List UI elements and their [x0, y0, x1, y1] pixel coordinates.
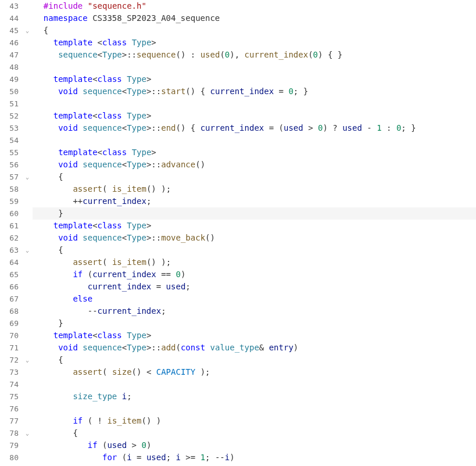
line-number: 44 — [0, 12, 21, 24]
line-number: 49 — [0, 73, 21, 85]
code-line[interactable]: { — [33, 171, 476, 183]
code-content[interactable]: #include "sequence.h" namespace CS3358_S… — [33, 0, 476, 464]
code-line[interactable]: --current_index; — [33, 305, 476, 317]
fold-marker — [22, 37, 33, 49]
fold-marker[interactable]: ⌄ — [22, 171, 33, 183]
line-number: 56 — [0, 159, 21, 171]
fold-marker — [22, 281, 33, 293]
fold-marker — [22, 49, 33, 61]
code-line[interactable]: assert( size() < CAPACITY ); — [33, 366, 476, 378]
code-line[interactable]: sequence<Type>::sequence() : used(0), cu… — [33, 49, 476, 61]
line-number: 63 — [0, 244, 21, 256]
fold-marker — [22, 378, 33, 390]
code-line[interactable]: assert( is_item() ); — [33, 183, 476, 195]
code-line[interactable]: { — [33, 244, 476, 256]
fold-marker — [22, 403, 33, 415]
chevron-down-icon[interactable]: ⌄ — [26, 171, 29, 183]
line-number: 50 — [0, 85, 21, 98]
fold-marker — [22, 268, 33, 281]
line-number: 55 — [0, 146, 21, 159]
code-line[interactable]: template <class Type> — [33, 37, 476, 49]
line-number: 71 — [0, 342, 21, 354]
code-line[interactable]: void sequence<Type>::end() { current_ind… — [33, 122, 476, 134]
line-number: 69 — [0, 317, 21, 329]
line-number: 73 — [0, 366, 21, 378]
line-number: 80 — [0, 451, 21, 464]
code-line[interactable]: void sequence<Type>::add(const value_typ… — [33, 342, 476, 354]
code-line[interactable]: template<class Type> — [33, 146, 476, 159]
code-line[interactable]: #include "sequence.h" — [33, 0, 476, 12]
fold-marker[interactable]: ⌄ — [22, 354, 33, 366]
line-number: 72 — [0, 354, 21, 366]
line-number: 78 — [0, 427, 21, 439]
fold-marker — [22, 451, 33, 464]
chevron-down-icon[interactable]: ⌄ — [26, 354, 29, 366]
fold-marker — [22, 317, 33, 329]
code-line[interactable]: void sequence<Type>::advance() — [33, 159, 476, 171]
line-number: 64 — [0, 256, 21, 268]
fold-marker — [22, 207, 33, 220]
chevron-down-icon[interactable]: ⌄ — [26, 24, 29, 37]
code-line[interactable]: template<class Type> — [33, 329, 476, 342]
code-line[interactable]: ++current_index; — [33, 195, 476, 207]
code-line[interactable]: { — [33, 24, 476, 37]
line-number: 75 — [0, 390, 21, 403]
fold-marker[interactable]: ⌄ — [22, 427, 33, 439]
line-number: 61 — [0, 220, 21, 232]
code-line[interactable]: template<class Type> — [33, 110, 476, 122]
fold-marker — [22, 183, 33, 195]
code-line[interactable]: { — [33, 354, 476, 366]
fold-marker — [22, 195, 33, 207]
code-line[interactable]: void sequence<Type>::start() { current_i… — [33, 85, 476, 98]
fold-marker — [22, 122, 33, 134]
fold-marker — [22, 159, 33, 171]
fold-marker — [22, 134, 33, 146]
line-number: 47 — [0, 49, 21, 61]
fold-marker — [22, 110, 33, 122]
line-number: 58 — [0, 183, 21, 195]
code-line[interactable]: void sequence<Type>::move_back() — [33, 232, 476, 244]
code-line[interactable]: namespace CS3358_SP2023_A04_sequence — [33, 12, 476, 24]
fold-marker — [22, 85, 33, 98]
code-line[interactable] — [33, 98, 476, 110]
line-number: 62 — [0, 232, 21, 244]
line-number: 74 — [0, 378, 21, 390]
fold-marker[interactable]: ⌄ — [22, 244, 33, 256]
chevron-down-icon[interactable]: ⌄ — [26, 244, 29, 256]
code-line[interactable] — [33, 403, 476, 415]
code-line[interactable] — [33, 61, 476, 73]
code-editor[interactable]: 4344454647484950515253545556575859606162… — [0, 0, 476, 464]
code-line[interactable]: if ( ! is_item() ) — [33, 415, 476, 427]
code-line[interactable]: template<class Type> — [33, 220, 476, 232]
code-line[interactable]: size_type i; — [33, 390, 476, 403]
fold-marker — [22, 220, 33, 232]
code-line[interactable] — [33, 134, 476, 146]
code-line[interactable]: assert( is_item() ); — [33, 256, 476, 268]
line-number: 57 — [0, 171, 21, 183]
line-number: 45 — [0, 24, 21, 37]
line-number-gutter: 4344454647484950515253545556575859606162… — [0, 0, 22, 464]
code-line[interactable]: } — [33, 317, 476, 329]
fold-marker — [22, 439, 33, 451]
line-number: 43 — [0, 0, 21, 12]
fold-marker — [22, 256, 33, 268]
code-line[interactable]: { — [33, 427, 476, 439]
fold-marker — [22, 415, 33, 427]
fold-marker — [22, 366, 33, 378]
code-line[interactable]: current_index = used; — [33, 281, 476, 293]
line-number: 77 — [0, 415, 21, 427]
chevron-down-icon[interactable]: ⌄ — [26, 427, 29, 439]
code-line[interactable]: for (i = used; i >= 1; --i) — [33, 451, 476, 464]
line-number: 54 — [0, 134, 21, 146]
code-line[interactable]: template<class Type> — [33, 73, 476, 85]
line-number: 67 — [0, 293, 21, 305]
code-line[interactable]: if (used > 0) — [33, 439, 476, 451]
code-line[interactable]: else — [33, 293, 476, 305]
code-line[interactable] — [33, 378, 476, 390]
code-line[interactable]: if (current_index == 0) — [33, 268, 476, 281]
line-number: 46 — [0, 37, 21, 49]
fold-marker — [22, 232, 33, 244]
line-number: 70 — [0, 329, 21, 342]
code-line[interactable]: } — [33, 207, 476, 220]
fold-marker[interactable]: ⌄ — [22, 24, 33, 37]
